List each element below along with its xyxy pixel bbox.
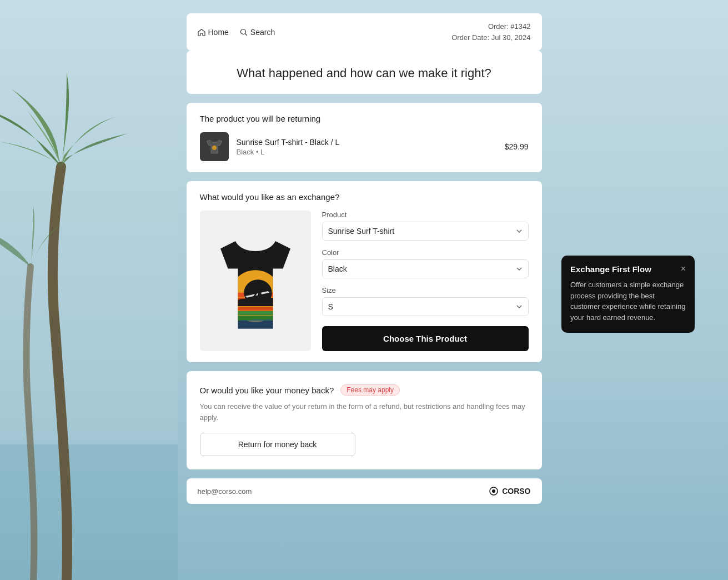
product-select[interactable]: Sunrise Surf T-shirt (322, 222, 529, 241)
corso-icon (489, 486, 499, 496)
corso-logo: CORSO (489, 486, 530, 496)
svg-rect-9 (229, 311, 282, 315)
color-form-group: Color Black White Navy (322, 248, 529, 278)
search-icon (240, 28, 248, 36)
tooltip-body: Offer customers a simple exchange proces… (570, 279, 686, 323)
refund-card: Or would you like your money back? Fees … (187, 371, 542, 469)
returning-product-card: The product you will be returning Sunris… (187, 103, 542, 172)
svg-point-13 (492, 489, 495, 493)
refund-description: You can receive the value of your return… (200, 401, 529, 423)
nav-bar: Home Search Order: #1342 Order Date: Jul… (187, 13, 542, 51)
exchange-controls: Product Sunrise Surf T-shirt Color Black… (322, 211, 529, 351)
svg-point-12 (257, 287, 262, 292)
tooltip-close-button[interactable]: × (681, 264, 686, 273)
home-label: Home (208, 28, 229, 37)
color-label: Color (322, 248, 529, 257)
refund-header: Or would you like your money back? Fees … (200, 384, 529, 396)
exchange-card: What would you like as an exchange? (187, 181, 542, 362)
product-price: $29.99 (505, 142, 529, 151)
product-form-group: Product Sunrise Surf T-shirt (322, 211, 529, 241)
tooltip-header: Exchange First Flow × (570, 264, 686, 274)
refund-title: Or would you like your money back? (200, 386, 334, 395)
nav-order-info: Order: #1342 Order Date: Jul 30, 2024 (451, 21, 530, 43)
search-link[interactable]: Search (240, 28, 275, 37)
svg-rect-1 (0, 444, 178, 580)
svg-rect-8 (229, 306, 282, 310)
size-select[interactable]: S M L XL (322, 297, 529, 316)
corso-text: CORSO (502, 487, 530, 496)
footer-bar: help@corso.com CORSO (187, 478, 542, 504)
page-title: What happened and how can we make it rig… (198, 66, 531, 81)
exchange-heading: What would you like as an exchange? (200, 192, 529, 202)
product-label: Product (322, 211, 529, 219)
color-select[interactable]: Black White Navy (322, 259, 529, 278)
returning-heading: The product you will be returning (200, 114, 529, 123)
svg-point-3 (212, 146, 217, 150)
order-date: Order Date: Jul 30, 2024 (451, 32, 530, 43)
nav-left: Home Search (198, 28, 275, 37)
tshirt-image (205, 223, 305, 339)
tooltip-title: Exchange First Flow (570, 264, 651, 274)
search-label: Search (250, 28, 275, 37)
product-row: Sunrise Surf T-shirt - Black / L Black •… (200, 132, 529, 161)
refund-button[interactable]: Return for money back (200, 433, 355, 456)
choose-product-button[interactable]: Choose This Product (322, 326, 529, 351)
fees-badge: Fees may apply (340, 384, 400, 396)
product-name: Sunrise Surf T-shirt - Black / L (237, 138, 497, 147)
product-info: Sunrise Surf T-shirt - Black / L Black •… (237, 138, 497, 156)
product-thumbnail-icon (204, 137, 224, 157)
size-form-group: Size S M L XL (322, 286, 529, 316)
product-thumbnail (200, 132, 229, 161)
product-image-area (200, 211, 311, 351)
exchange-body: Product Sunrise Surf T-shirt Color Black… (200, 211, 529, 351)
size-label: Size (322, 286, 529, 294)
footer-email: help@corso.com (198, 487, 252, 496)
page-title-card: What happened and how can we make it rig… (187, 51, 542, 94)
product-variant: Black • L (237, 148, 497, 156)
home-icon (198, 28, 205, 36)
tooltip-popup: Exchange First Flow × Offer customers a … (561, 256, 695, 333)
order-number: Order: #1342 (451, 21, 530, 32)
home-link[interactable]: Home (198, 28, 229, 37)
